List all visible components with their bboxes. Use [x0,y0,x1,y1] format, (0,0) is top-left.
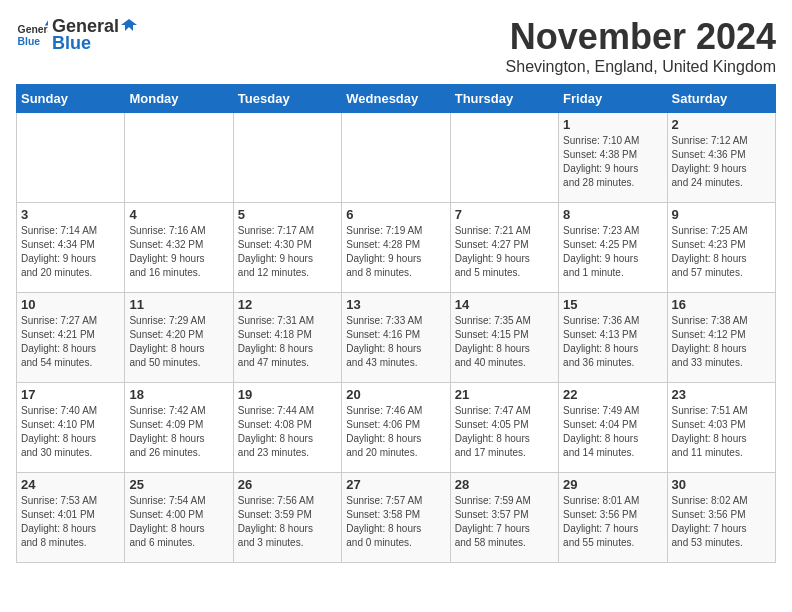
day-number: 3 [21,207,120,222]
day-cell: 24Sunrise: 7:53 AM Sunset: 4:01 PM Dayli… [17,473,125,563]
day-info: Sunrise: 7:36 AM Sunset: 4:13 PM Dayligh… [563,314,662,370]
day-number: 19 [238,387,337,402]
day-info: Sunrise: 8:01 AM Sunset: 3:56 PM Dayligh… [563,494,662,550]
header-row: SundayMondayTuesdayWednesdayThursdayFrid… [17,85,776,113]
day-cell: 8Sunrise: 7:23 AM Sunset: 4:25 PM Daylig… [559,203,667,293]
day-cell: 16Sunrise: 7:38 AM Sunset: 4:12 PM Dayli… [667,293,775,383]
day-cell: 1Sunrise: 7:10 AM Sunset: 4:38 PM Daylig… [559,113,667,203]
day-info: Sunrise: 7:16 AM Sunset: 4:32 PM Dayligh… [129,224,228,280]
day-cell: 22Sunrise: 7:49 AM Sunset: 4:04 PM Dayli… [559,383,667,473]
day-number: 16 [672,297,771,312]
day-number: 13 [346,297,445,312]
day-number: 1 [563,117,662,132]
day-info: Sunrise: 7:29 AM Sunset: 4:20 PM Dayligh… [129,314,228,370]
day-cell: 28Sunrise: 7:59 AM Sunset: 3:57 PM Dayli… [450,473,558,563]
day-info: Sunrise: 7:19 AM Sunset: 4:28 PM Dayligh… [346,224,445,280]
day-number: 8 [563,207,662,222]
day-info: Sunrise: 7:54 AM Sunset: 4:00 PM Dayligh… [129,494,228,550]
day-cell: 4Sunrise: 7:16 AM Sunset: 4:32 PM Daylig… [125,203,233,293]
day-cell: 12Sunrise: 7:31 AM Sunset: 4:18 PM Dayli… [233,293,341,383]
title-area: November 2024 Shevington, England, Unite… [506,16,776,76]
day-cell: 7Sunrise: 7:21 AM Sunset: 4:27 PM Daylig… [450,203,558,293]
day-number: 29 [563,477,662,492]
day-info: Sunrise: 7:12 AM Sunset: 4:36 PM Dayligh… [672,134,771,190]
day-info: Sunrise: 7:53 AM Sunset: 4:01 PM Dayligh… [21,494,120,550]
day-cell: 14Sunrise: 7:35 AM Sunset: 4:15 PM Dayli… [450,293,558,383]
day-cell: 15Sunrise: 7:36 AM Sunset: 4:13 PM Dayli… [559,293,667,383]
header-cell-thursday: Thursday [450,85,558,113]
day-info: Sunrise: 7:51 AM Sunset: 4:03 PM Dayligh… [672,404,771,460]
day-info: Sunrise: 7:49 AM Sunset: 4:04 PM Dayligh… [563,404,662,460]
day-info: Sunrise: 7:14 AM Sunset: 4:34 PM Dayligh… [21,224,120,280]
week-row-5: 24Sunrise: 7:53 AM Sunset: 4:01 PM Dayli… [17,473,776,563]
day-cell: 10Sunrise: 7:27 AM Sunset: 4:21 PM Dayli… [17,293,125,383]
day-cell: 21Sunrise: 7:47 AM Sunset: 4:05 PM Dayli… [450,383,558,473]
day-number: 18 [129,387,228,402]
day-cell: 9Sunrise: 7:25 AM Sunset: 4:23 PM Daylig… [667,203,775,293]
day-cell: 3Sunrise: 7:14 AM Sunset: 4:34 PM Daylig… [17,203,125,293]
day-info: Sunrise: 7:33 AM Sunset: 4:16 PM Dayligh… [346,314,445,370]
day-cell: 13Sunrise: 7:33 AM Sunset: 4:16 PM Dayli… [342,293,450,383]
day-number: 11 [129,297,228,312]
header: General Blue General Blue November 2024 … [16,16,776,76]
day-number: 5 [238,207,337,222]
svg-text:General: General [18,24,48,35]
header-cell-wednesday: Wednesday [342,85,450,113]
svg-marker-3 [121,19,137,31]
day-number: 25 [129,477,228,492]
day-number: 17 [21,387,120,402]
day-info: Sunrise: 8:02 AM Sunset: 3:56 PM Dayligh… [672,494,771,550]
day-cell: 29Sunrise: 8:01 AM Sunset: 3:56 PM Dayli… [559,473,667,563]
logo-icon: General Blue [16,19,48,51]
svg-text:Blue: Blue [18,36,41,47]
day-number: 20 [346,387,445,402]
day-cell [342,113,450,203]
day-info: Sunrise: 7:27 AM Sunset: 4:21 PM Dayligh… [21,314,120,370]
day-cell [233,113,341,203]
day-number: 26 [238,477,337,492]
day-number: 9 [672,207,771,222]
day-cell: 5Sunrise: 7:17 AM Sunset: 4:30 PM Daylig… [233,203,341,293]
day-number: 27 [346,477,445,492]
day-cell: 19Sunrise: 7:44 AM Sunset: 4:08 PM Dayli… [233,383,341,473]
day-number: 10 [21,297,120,312]
day-info: Sunrise: 7:21 AM Sunset: 4:27 PM Dayligh… [455,224,554,280]
day-info: Sunrise: 7:40 AM Sunset: 4:10 PM Dayligh… [21,404,120,460]
week-row-2: 3Sunrise: 7:14 AM Sunset: 4:34 PM Daylig… [17,203,776,293]
day-info: Sunrise: 7:23 AM Sunset: 4:25 PM Dayligh… [563,224,662,280]
header-cell-tuesday: Tuesday [233,85,341,113]
day-number: 24 [21,477,120,492]
calendar-subtitle: Shevington, England, United Kingdom [506,58,776,76]
day-number: 7 [455,207,554,222]
day-info: Sunrise: 7:35 AM Sunset: 4:15 PM Dayligh… [455,314,554,370]
day-number: 21 [455,387,554,402]
day-number: 23 [672,387,771,402]
day-info: Sunrise: 7:56 AM Sunset: 3:59 PM Dayligh… [238,494,337,550]
day-number: 15 [563,297,662,312]
day-number: 2 [672,117,771,132]
day-info: Sunrise: 7:46 AM Sunset: 4:06 PM Dayligh… [346,404,445,460]
day-cell [17,113,125,203]
day-cell: 2Sunrise: 7:12 AM Sunset: 4:36 PM Daylig… [667,113,775,203]
header-cell-friday: Friday [559,85,667,113]
day-number: 28 [455,477,554,492]
week-row-3: 10Sunrise: 7:27 AM Sunset: 4:21 PM Dayli… [17,293,776,383]
day-cell: 18Sunrise: 7:42 AM Sunset: 4:09 PM Dayli… [125,383,233,473]
day-info: Sunrise: 7:59 AM Sunset: 3:57 PM Dayligh… [455,494,554,550]
day-info: Sunrise: 7:47 AM Sunset: 4:05 PM Dayligh… [455,404,554,460]
day-cell: 20Sunrise: 7:46 AM Sunset: 4:06 PM Dayli… [342,383,450,473]
day-cell [125,113,233,203]
day-info: Sunrise: 7:44 AM Sunset: 4:08 PM Dayligh… [238,404,337,460]
day-cell [450,113,558,203]
calendar-title: November 2024 [506,16,776,58]
header-cell-sunday: Sunday [17,85,125,113]
day-info: Sunrise: 7:57 AM Sunset: 3:58 PM Dayligh… [346,494,445,550]
calendar-table: SundayMondayTuesdayWednesdayThursdayFrid… [16,84,776,563]
day-info: Sunrise: 7:31 AM Sunset: 4:18 PM Dayligh… [238,314,337,370]
day-number: 30 [672,477,771,492]
day-info: Sunrise: 7:38 AM Sunset: 4:12 PM Dayligh… [672,314,771,370]
day-number: 6 [346,207,445,222]
header-cell-monday: Monday [125,85,233,113]
day-cell: 6Sunrise: 7:19 AM Sunset: 4:28 PM Daylig… [342,203,450,293]
day-info: Sunrise: 7:42 AM Sunset: 4:09 PM Dayligh… [129,404,228,460]
